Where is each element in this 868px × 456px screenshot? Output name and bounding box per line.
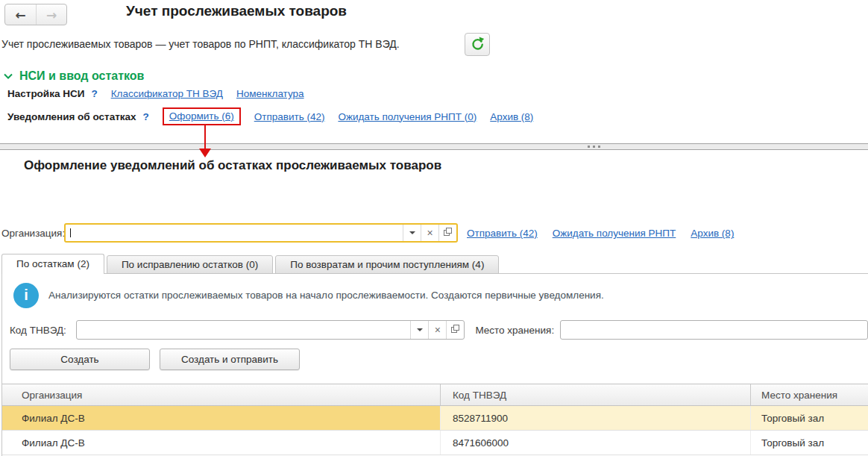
actions-row: Создать Создать и отправить [2,349,868,370]
help-icon[interactable]: ? [91,88,97,99]
organization-field[interactable]: × [64,223,458,243]
tab-panel: i Анализируются остатки прослеживаемых т… [1,273,868,456]
link-archive[interactable]: Архив (8) [490,111,533,122]
notifications-table: Организация Код ТНВЭД Место хранения Фил… [2,384,868,455]
page-title: Учет прослеживаемых товаров [126,3,347,19]
clear-button[interactable]: × [421,225,438,241]
dropdown-button[interactable] [410,321,428,339]
tnved-field[interactable]: × [76,320,465,340]
link-tnved-classifier[interactable]: Классификатор ТН ВЭД [111,88,223,99]
help-icon[interactable]: ? [143,111,149,122]
page-description: Учет прослеживаемых товаров — учет товар… [1,38,400,50]
storage-field[interactable] [560,320,868,340]
history-nav: ← → [4,4,67,25]
info-icon: i [13,283,39,308]
splitter[interactable] [0,143,868,150]
cell-storage[interactable]: Торговый зал [751,431,868,455]
splitter-grip[interactable] [588,146,600,148]
chevron-down-icon [417,328,423,331]
clear-button[interactable]: × [428,321,446,339]
link-send-notifications[interactable]: Отправить (42) [467,228,538,239]
cell-organization[interactable]: Филиал ДС-В [2,431,441,455]
form-links: Отправить (42) Ожидать получения РНПТ Ар… [467,228,734,239]
tab-by-returns[interactable]: По возвратам и прочим поступлениям (4) [275,255,499,274]
column-header-storage[interactable]: Место хранения [751,384,868,405]
table-header: Организация Код ТНВЭД Место хранения [2,384,868,406]
open-form-icon [443,227,453,239]
filter-row: Код ТНВЭД: × Место хранения: [2,320,868,340]
open-button[interactable] [438,225,456,241]
annotation-arrow-head [199,149,211,157]
open-button[interactable] [446,321,464,339]
link-await-rnpt[interactable]: Ожидать получения РНПТ [553,228,676,239]
column-header-organization[interactable]: Организация [2,384,441,405]
column-header-tnved-code[interactable]: Код ТНВЭД [441,384,751,405]
storage-label: Место хранения: [475,325,554,336]
tab-bar: По остаткам (2) По исправлению остатков … [1,254,501,274]
text-cursor [70,228,71,237]
section-nsi-header[interactable]: НСИ и ввод остатков [3,69,144,83]
back-button[interactable]: ← [5,4,36,25]
open-form-icon [450,324,460,336]
organization-input[interactable] [66,225,403,241]
nsi-settings-row: Настройка НСИ ? Классификатор ТН ВЭД Ном… [7,88,304,99]
cell-tnved-code[interactable]: 8528711900 [441,406,751,430]
tnved-label: Код ТНВЭД: [10,325,66,336]
cell-tnved-code[interactable]: 8471606000 [441,431,751,455]
link-nomenclature[interactable]: Номенклатура [236,88,304,99]
link-send-notifications[interactable]: Отправить (42) [254,111,325,122]
nsi-settings-label: Настройка НСИ [7,88,84,99]
refresh-icon [470,36,485,53]
cell-organization[interactable]: Филиал ДС-В [2,406,441,430]
nsi-notifications-row: Уведомления об остатках ? Оформить (6) О… [7,107,533,125]
chevron-down-icon [3,69,13,83]
dropdown-button[interactable] [403,225,421,241]
annotation-highlight-box: Оформить (6) [163,107,241,125]
table-row[interactable]: Филиал ДС-В 8471606000 Торговый зал [2,431,868,455]
tab-by-balances[interactable]: По остаткам (2) [1,254,104,274]
link-archive[interactable]: Архив (8) [691,228,734,239]
link-issue-notifications[interactable]: Оформить (6) [169,110,234,122]
create-button[interactable]: Создать [10,349,150,370]
refresh-button[interactable] [465,33,490,56]
form-title: Оформление уведомлений об остатках просл… [24,158,441,173]
storage-input[interactable] [561,321,867,339]
info-message: Анализируются остатки прослеживаемых тов… [48,290,604,301]
tab-by-balance-corrections[interactable]: По исправлению остатков (0) [107,255,273,274]
create-and-send-button[interactable]: Создать и отправить [160,349,300,370]
cell-storage[interactable]: Торговый зал [751,406,868,430]
table-row[interactable]: Филиал ДС-В 8528711900 Торговый зал [2,406,868,431]
organization-label: Организация: [1,228,65,239]
chevron-down-icon [409,231,415,234]
tnved-input[interactable] [77,321,411,339]
section-nsi-title: НСИ и ввод остатков [19,69,144,83]
forward-button[interactable]: → [36,4,66,25]
link-await-rnpt[interactable]: Ожидать получения РНПТ (0) [338,111,477,122]
info-banner: i Анализируются остатки прослеживаемых т… [2,274,868,308]
annotation-arrow-line [204,125,206,149]
nsi-notifications-label: Уведомления об остатках [7,111,136,122]
